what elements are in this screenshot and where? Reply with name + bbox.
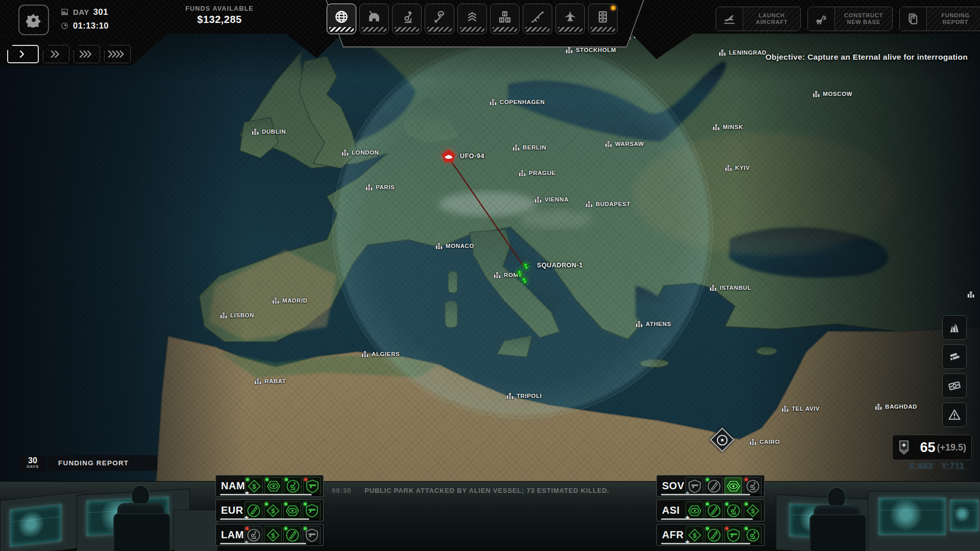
tab-hatch-stripe xyxy=(427,27,452,32)
city-marker-lisbon: LISBON xyxy=(220,312,254,319)
warning-triangle-icon xyxy=(947,408,962,422)
svg-text:$: $ xyxy=(252,482,256,490)
region-lam-engineering-slot[interactable] xyxy=(283,526,301,544)
region-lam-funding-slot[interactable]: $ xyxy=(264,526,282,544)
alerts-button[interactable] xyxy=(942,403,967,427)
green-status-dot xyxy=(745,527,748,530)
nav-tab-bases[interactable] xyxy=(359,4,389,34)
region-nam-intel-slot[interactable] xyxy=(264,477,282,495)
region-eur-engineering-slot[interactable]: ★ xyxy=(244,502,262,519)
region-sov-military-slot[interactable]: ★ xyxy=(685,477,703,495)
time-speed-1-button[interactable] xyxy=(7,45,39,63)
city-marker xyxy=(967,291,975,298)
time-speed-4-button[interactable] xyxy=(104,45,131,63)
day-value: 301 xyxy=(93,7,108,17)
nav-tab-stores[interactable] xyxy=(490,4,520,34)
funding-report-button[interactable]: $FUNDINGREPORT xyxy=(899,7,980,31)
operator-chair xyxy=(810,514,867,551)
rank-chevrons-icon xyxy=(464,9,480,24)
time-speed-controls xyxy=(7,45,131,63)
region-nam-funding-slot[interactable]: $★ xyxy=(245,477,263,495)
city-icon xyxy=(435,242,443,249)
region-slot-group: $★ xyxy=(245,477,321,495)
funding-report-countdown[interactable]: 30 DAYS FUNDING REPORT xyxy=(19,455,157,471)
region-nam-military-slot[interactable] xyxy=(303,477,321,495)
nav-tab-geoscape[interactable] xyxy=(327,4,356,34)
region-slot-group: $★ xyxy=(685,526,762,544)
nav-tab-personnel[interactable] xyxy=(457,4,487,34)
aircraft-launch-icon xyxy=(716,7,743,31)
green-status-dot xyxy=(706,478,709,481)
city-label: TEL AVIV xyxy=(792,406,820,412)
alien-crystals-button[interactable] xyxy=(942,315,967,340)
green-status-dot xyxy=(706,503,709,506)
region-asi-engineering-slot[interactable] xyxy=(705,502,723,519)
svg-text:$: $ xyxy=(271,531,275,539)
ufo-contact-marker[interactable]: UFO-94 xyxy=(442,149,484,162)
region-asi-intel-slot[interactable]: ★ xyxy=(685,502,703,519)
city-icon xyxy=(585,201,593,208)
priority-star-icon: ★ xyxy=(684,514,691,521)
console-screen-decor xyxy=(9,504,62,548)
city-icon xyxy=(220,312,228,319)
region-progress-bar xyxy=(661,518,760,520)
time-speed-2-button[interactable] xyxy=(43,45,69,63)
region-panel-sov: SOV★ xyxy=(656,475,765,497)
region-eur-intel-slot[interactable] xyxy=(283,502,301,519)
svg-text:$: $ xyxy=(912,14,915,20)
region-lam-military-slot[interactable] xyxy=(303,526,321,544)
region-asi-funding-slot[interactable]: $ xyxy=(744,502,762,519)
nav-tab-research[interactable] xyxy=(392,4,422,34)
city-label: BAGHDAD xyxy=(885,404,917,410)
region-sov-research-slot[interactable] xyxy=(744,477,762,495)
region-nam-research-slot[interactable] xyxy=(284,477,302,495)
settings-button[interactable] xyxy=(18,5,49,35)
launch-aircraft-button[interactable]: LAUNCHAIRCRAFT xyxy=(716,7,801,31)
city-label: BUDAPEST xyxy=(596,201,630,207)
priority-star-icon: ★ xyxy=(243,514,250,521)
construct-new-base-button[interactable]: CONSTRUCTNEW BASE xyxy=(807,7,893,31)
region-code-label: SOV xyxy=(662,480,685,492)
region-sov-intel-slot[interactable] xyxy=(724,477,742,495)
region-afr-research-slot[interactable] xyxy=(744,526,762,544)
region-afr-engineering-slot[interactable] xyxy=(705,526,723,544)
city-marker-istanbul: ISTANBUL xyxy=(709,284,751,291)
region-asi-research-slot[interactable] xyxy=(724,502,742,519)
region-slot-group: ★ xyxy=(685,477,762,495)
city-marker-algiers: ALGIERS xyxy=(361,350,400,358)
alien-alloys-button[interactable] xyxy=(942,344,967,369)
action-button-label: FUNDINGREPORT xyxy=(927,7,980,31)
calendar-icon xyxy=(60,8,69,16)
nav-tab-archives[interactable] xyxy=(588,4,618,34)
region-slot-group: ★$ xyxy=(685,502,762,519)
city-icon xyxy=(519,169,526,177)
region-lam-research-slot[interactable]: ★ xyxy=(244,526,262,544)
region-eur-military-slot[interactable] xyxy=(303,502,321,519)
region-afr-funding-slot[interactable]: $★ xyxy=(685,526,703,544)
console-screen-decor xyxy=(949,499,979,532)
time-speed-3-button[interactable] xyxy=(74,45,100,63)
city-label: WARSAW xyxy=(615,141,644,147)
city-label: PARIS xyxy=(376,184,395,190)
city-marker-cairo: CAIRO xyxy=(749,438,780,445)
city-label: DUBLIN xyxy=(262,129,286,135)
tab-hatch-stripe xyxy=(362,27,386,32)
region-afr-military-slot[interactable] xyxy=(724,526,742,544)
region-eur-funding-slot[interactable]: $ xyxy=(264,502,282,519)
city-marker-baghdad: BAGHDAD xyxy=(875,403,917,410)
header-action-buttons: LAUNCHAIRCRAFTCONSTRUCTNEW BASE$FUNDINGR… xyxy=(716,7,980,31)
funds-button[interactable] xyxy=(942,373,967,398)
operator-silhouette xyxy=(828,488,845,507)
region-code-label: LAM xyxy=(221,529,244,541)
day-label: DAY xyxy=(73,8,89,16)
region-sov-engineering-slot[interactable] xyxy=(705,477,723,495)
region-score-panel: 65 (+19.5) xyxy=(892,435,972,460)
nav-tab-engineering[interactable] xyxy=(425,4,454,34)
city-icon xyxy=(341,149,349,156)
nav-tab-armory[interactable] xyxy=(523,4,552,34)
city-icon xyxy=(813,90,820,97)
nav-tab-aircraft[interactable] xyxy=(555,4,585,34)
city-marker-tripoli: TRIPOLI xyxy=(506,392,542,399)
city-marker-vienna: VIENNA xyxy=(534,196,569,203)
squadron-marker[interactable]: SQUADRON-1 xyxy=(510,258,587,288)
